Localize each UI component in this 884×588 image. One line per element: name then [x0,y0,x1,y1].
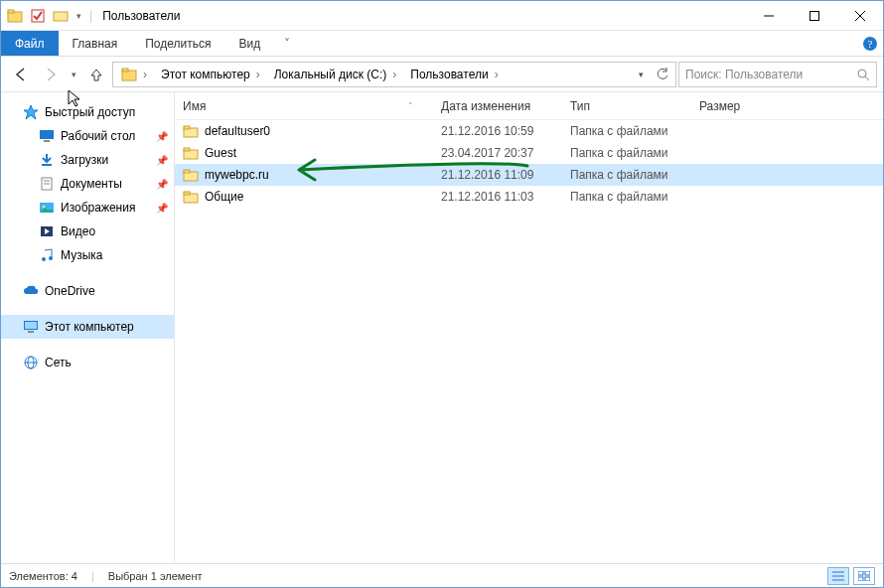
table-row[interactable]: mywebpc.ru21.12.2016 11:09Папка с файлам… [175,164,883,186]
pin-icon: 📌 [156,179,168,190]
col-size[interactable]: Размер [691,99,791,113]
file-rows: defaultuser021.12.2016 10:59Папка с файл… [175,120,883,563]
search-icon [856,68,870,81]
svg-rect-36 [184,170,190,173]
status-selection: Выбран 1 элемент [108,570,203,582]
crumb-drive[interactable]: Локальный диск (C:)› [268,63,405,86]
qat-dropdown-icon[interactable]: ▾ [76,11,81,21]
column-headers: Имя˄ Дата изменения Тип Размер [175,92,883,120]
table-row[interactable]: Общие21.12.2016 11:03Папка с файлами [175,186,883,208]
nav-this-pc[interactable]: Этот компьютер [1,315,174,339]
nav-music[interactable]: Музыка [1,243,174,267]
folder-app-icon [7,8,23,24]
svg-rect-44 [858,577,863,581]
ribbon-collapse-icon[interactable]: ˅ [274,31,300,56]
col-name[interactable]: Имя˄ [175,99,433,113]
pin-icon: 📌 [156,155,168,166]
help-icon[interactable]: ? [857,31,883,56]
status-count: Элементов: 4 [9,570,77,582]
history-dropdown-icon[interactable]: ▾ [67,61,80,88]
tab-home[interactable]: Главная [59,31,132,56]
tab-share[interactable]: Поделиться [131,31,224,56]
maximize-button[interactable] [792,1,837,31]
folder-icon [183,123,199,139]
svg-point-24 [49,256,53,260]
svg-rect-1 [8,10,14,13]
svg-text:?: ? [868,38,873,50]
table-row[interactable]: Guest23.04.2017 20:37Папка с файлами [175,142,883,164]
col-type[interactable]: Тип [562,99,691,113]
qat-item-icon[interactable] [31,9,45,23]
ribbon-tabs: Файл Главная Поделиться Вид ˅ ? [1,31,883,57]
address-bar[interactable]: › Этот компьютер› Локальный диск (C:)› П… [112,62,676,87]
up-button[interactable] [82,61,110,88]
svg-rect-26 [25,322,37,329]
svg-rect-14 [40,130,54,139]
crumb-users[interactable]: Пользователи› [404,63,506,86]
search-placeholder: Поиск: Пользователи [685,68,856,81]
search-input[interactable]: Поиск: Пользователи [678,62,877,87]
svg-rect-15 [44,140,50,142]
nav-videos[interactable]: Видео [1,220,174,243]
refresh-button[interactable] [652,63,673,86]
window-title: Пользователи [92,9,180,23]
crumb-root-icon[interactable]: › [115,63,155,86]
close-button[interactable] [837,1,883,31]
nav-documents[interactable]: Документы📌 [1,172,174,196]
svg-rect-38 [184,192,190,195]
desktop-icon [39,128,55,144]
address-dropdown-icon[interactable]: ▾ [630,63,652,86]
pictures-icon [39,200,55,216]
table-row[interactable]: defaultuser021.12.2016 10:59Папка с файл… [175,120,883,142]
file-list-pane: Имя˄ Дата изменения Тип Размер defaultus… [175,92,883,563]
tab-file[interactable]: Файл [1,31,59,56]
view-details-button[interactable] [827,567,849,585]
navigation-bar: ▾ › Этот компьютер› Локальный диск (C:)›… [1,57,883,92]
view-icons-button[interactable] [853,567,875,585]
navigation-pane: Быстрый доступ Рабочий стол📌 Загрузки📌 Д… [1,92,175,563]
crumb-thispc[interactable]: Этот компьютер› [155,63,268,86]
title-bar: ▾ | Пользователи [1,1,883,31]
folder-icon [183,145,199,161]
documents-icon [39,176,55,192]
svg-rect-42 [858,571,863,575]
download-icon [39,152,55,168]
nav-onedrive[interactable]: OneDrive [1,279,174,303]
minimize-button[interactable] [746,1,792,31]
col-date[interactable]: Дата изменения [433,99,562,113]
svg-rect-43 [865,571,870,575]
forward-button[interactable] [37,61,65,88]
tab-view[interactable]: Вид [224,31,274,56]
svg-point-23 [42,257,46,261]
svg-rect-32 [184,126,190,129]
svg-rect-3 [54,12,68,21]
back-button[interactable] [7,61,35,88]
music-icon [39,247,55,263]
sort-indicator-icon: ˄ [408,101,413,111]
status-bar: Элементов: 4 | Выбран 1 элемент [1,563,883,587]
nav-downloads[interactable]: Загрузки📌 [1,148,174,172]
qat-folder-icon[interactable] [53,9,69,23]
nav-pictures[interactable]: Изображения📌 [1,196,174,220]
network-icon [23,355,39,370]
folder-icon [183,167,199,183]
svg-line-13 [865,76,869,80]
svg-rect-27 [28,331,34,333]
folder-icon [183,189,199,205]
pin-icon: 📌 [156,131,168,142]
star-icon [23,104,39,120]
svg-rect-5 [810,11,819,20]
quick-access-toolbar: ▾ | [1,8,92,24]
cloud-icon [23,283,39,299]
svg-point-12 [858,70,866,77]
svg-rect-11 [122,69,128,72]
pin-icon: 📌 [156,203,168,214]
svg-rect-45 [865,577,870,581]
videos-icon [39,223,55,239]
pc-icon [23,319,39,335]
nav-desktop[interactable]: Рабочий стол📌 [1,124,174,148]
svg-rect-34 [184,148,190,151]
nav-quick-access[interactable]: Быстрый доступ [1,100,174,124]
nav-network[interactable]: Сеть [1,351,174,374]
